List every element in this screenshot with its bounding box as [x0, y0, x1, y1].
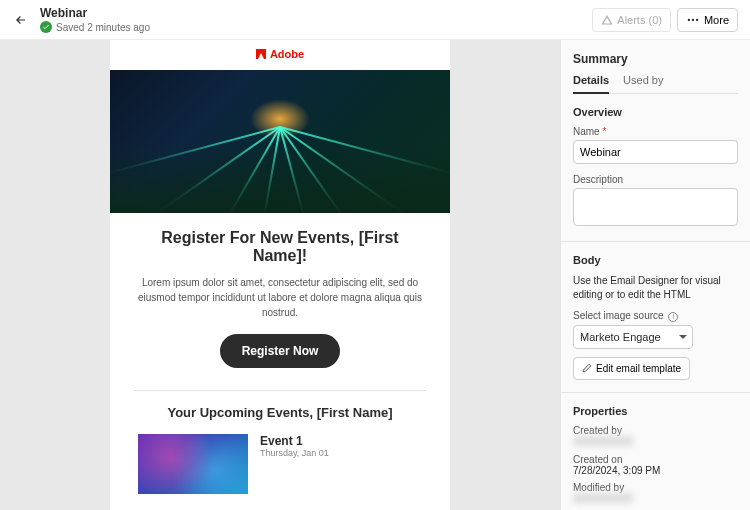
pencil-icon [582, 363, 592, 373]
brand-logo: Adobe [256, 48, 304, 60]
event-info: Event 1 Thursday, Jan 01 [260, 434, 329, 494]
divider [134, 390, 426, 391]
svg-point-1 [692, 18, 694, 20]
body-helptext: Use the Email Designer for visual editin… [573, 274, 738, 302]
check-icon [40, 21, 52, 33]
main-layout: Adobe Register For New Events, [First Na… [0, 40, 750, 510]
save-status-text: Saved 2 minutes ago [56, 22, 150, 33]
image-source-select[interactable]: Marketo Engage [573, 325, 693, 349]
summary-title: Summary [573, 52, 738, 66]
email-preview: Adobe Register For New Events, [First Na… [110, 40, 450, 510]
image-source-value: Marketo Engage [573, 325, 693, 349]
edit-template-button[interactable]: Edit email template [573, 357, 690, 380]
description-label: Description [573, 174, 738, 185]
body-title: Body [573, 254, 738, 266]
hero-image [110, 70, 450, 213]
created-on-value: 7/28/2024, 3:09 PM [573, 465, 738, 476]
back-icon[interactable] [12, 11, 30, 29]
tab-usedby[interactable]: Used by [623, 74, 663, 93]
email-headline: Register For New Events, [First Name]! [134, 229, 426, 265]
properties-title: Properties [573, 405, 738, 417]
right-panel: Summary Details Used by Overview Name De… [560, 40, 750, 510]
alerts-label: Alerts (0) [617, 14, 662, 26]
brand-row: Adobe [110, 40, 450, 70]
name-input[interactable] [573, 140, 738, 164]
more-label: More [704, 14, 729, 26]
alert-icon [601, 14, 613, 26]
event-date: Thursday, Jan 01 [260, 448, 329, 458]
svg-point-2 [696, 18, 698, 20]
created-by-label: Created by [573, 425, 738, 436]
upcoming-heading: Your Upcoming Events, [First Name] [134, 405, 426, 420]
more-button[interactable]: More [677, 8, 738, 32]
event-row: Event 1 Thursday, Jan 01 [134, 434, 426, 494]
brand-text: Adobe [270, 48, 304, 60]
email-paragraph: Lorem ipsum dolor sit amet, consectetur … [134, 275, 426, 320]
page-title: Webinar [40, 6, 582, 20]
app-header: Webinar Saved 2 minutes ago Alerts (0) M… [0, 0, 750, 40]
description-field: Description [573, 174, 738, 229]
save-status: Saved 2 minutes ago [40, 21, 582, 33]
name-label: Name [573, 126, 738, 137]
register-button[interactable]: Register Now [220, 334, 341, 368]
email-body: Register For New Events, [First Name]! L… [110, 213, 450, 510]
canvas-area: Adobe Register For New Events, [First Na… [0, 40, 560, 510]
modified-by-label: Modified by [573, 482, 738, 493]
modified-by-value [573, 493, 738, 505]
adobe-icon [256, 49, 266, 59]
header-actions: Alerts (0) More [592, 8, 738, 32]
separator [561, 241, 750, 242]
name-field: Name [573, 126, 738, 164]
tab-details[interactable]: Details [573, 74, 609, 94]
image-source-label: Select image source i [573, 310, 738, 322]
created-on-label: Created on [573, 454, 738, 465]
created-by-value [573, 436, 738, 448]
overview-title: Overview [573, 106, 738, 118]
separator-2 [561, 392, 750, 393]
edit-template-label: Edit email template [596, 363, 681, 374]
event-thumbnail [138, 434, 248, 494]
more-icon [686, 13, 700, 27]
panel-tabs: Details Used by [573, 74, 738, 94]
svg-point-0 [688, 18, 690, 20]
event-title: Event 1 [260, 434, 329, 448]
title-block: Webinar Saved 2 minutes ago [40, 6, 582, 33]
info-icon[interactable]: i [668, 312, 678, 322]
description-input[interactable] [573, 188, 738, 226]
alerts-button[interactable]: Alerts (0) [592, 8, 671, 32]
